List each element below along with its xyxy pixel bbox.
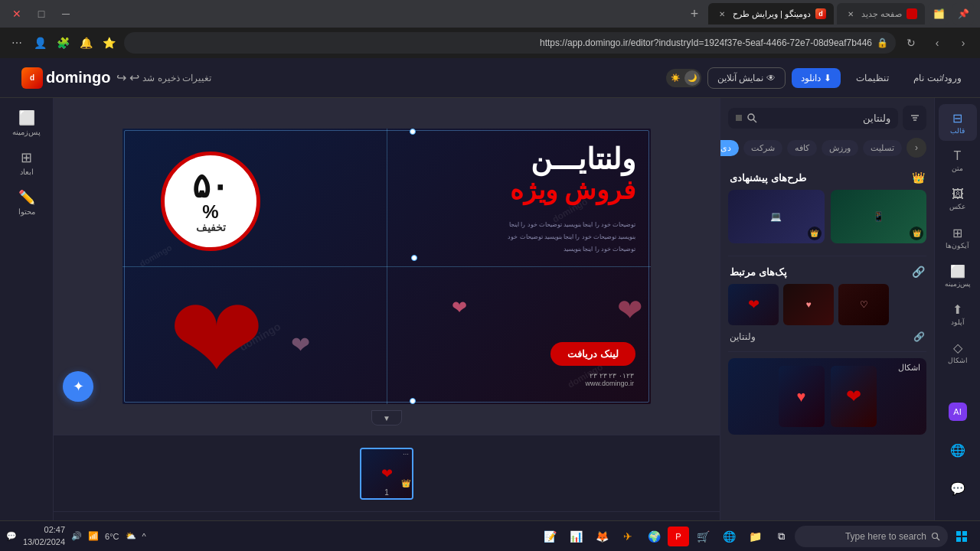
svg-point-10 bbox=[748, 114, 754, 120]
system-clock[interactable]: 02:47 13/02/2024 bbox=[23, 524, 65, 548]
login-button[interactable]: ورود/ثبت نام bbox=[904, 68, 971, 88]
pack-label: ولنتاین bbox=[730, 331, 756, 342]
notification-icon[interactable]: 💬 bbox=[6, 531, 17, 541]
network-icon: 📶 bbox=[88, 531, 99, 541]
right-tool-shapes[interactable]: ◇ اشکال bbox=[939, 334, 977, 370]
suggested-card-1[interactable]: 📱 👑 bbox=[831, 190, 927, 243]
redo-button[interactable]: ↪ bbox=[116, 70, 126, 85]
download-button[interactable]: ⬇ دانلود bbox=[792, 68, 841, 88]
taskbar-chrome[interactable]: 🌍 bbox=[642, 524, 666, 549]
canvas-wrapper[interactable]: domingo domingo domingo domingo domingo … bbox=[54, 98, 720, 435]
dark-option[interactable]: 🌙 bbox=[684, 70, 700, 86]
link-button[interactable]: لینک دریافت bbox=[550, 342, 635, 366]
window-close[interactable]: ✕ bbox=[6, 3, 28, 24]
category-tag-condolence[interactable]: تسلیت bbox=[863, 140, 902, 156]
window-minimize[interactable]: ─ bbox=[55, 3, 77, 24]
expand-canvas-button[interactable]: ▼ bbox=[371, 410, 402, 425]
page-thumb-1[interactable]: ❤ ⋯ 👑 1 bbox=[360, 448, 413, 500]
category-tag-dy[interactable]: دی bbox=[720, 140, 739, 156]
bg-label: پس‌زمینه bbox=[945, 280, 971, 288]
tab-pinned-1[interactable]: 📌 bbox=[952, 3, 974, 24]
pack-item-2[interactable]: ♥ bbox=[783, 284, 834, 325]
category-tag-company[interactable]: شرکت bbox=[743, 140, 782, 156]
taskbar-task-view[interactable]: ⧉ bbox=[769, 524, 793, 549]
content-icon: ✏️ bbox=[18, 189, 35, 206]
tool-dimensions[interactable]: ⊞ ابعاد bbox=[5, 144, 48, 181]
tool-content-label: محتوا bbox=[18, 207, 35, 216]
suggested-grid: 📱 👑 💻 👑 bbox=[720, 190, 934, 253]
pack-link-icon[interactable]: 🔗 bbox=[913, 331, 925, 342]
taskbar-file-explorer[interactable]: 📁 bbox=[743, 524, 767, 549]
taskbar-store[interactable]: 🛒 bbox=[691, 524, 715, 549]
search-box[interactable] bbox=[728, 108, 898, 129]
category-tag-cafe[interactable]: کافه bbox=[787, 140, 817, 156]
description-text: توضیحات خود را اینجا بنویسید توضیحات خود… bbox=[508, 219, 635, 256]
pack-item-3[interactable]: ♡ bbox=[838, 284, 889, 325]
shapes-icon: ◇ bbox=[953, 341, 962, 355]
light-option[interactable]: ☀️ bbox=[668, 70, 683, 86]
window-maximize[interactable]: □ bbox=[31, 3, 52, 24]
taskbar-excel[interactable]: 📊 bbox=[564, 524, 588, 549]
handle-bottom bbox=[410, 398, 416, 404]
right-tool-background[interactable]: ⬜ پس‌زمینه bbox=[939, 257, 977, 294]
browser-icon-5[interactable]: ⋯ bbox=[6, 32, 28, 54]
address-bar[interactable]: 🔒 https://app.domingo.ir/editor?industry… bbox=[124, 32, 896, 54]
taskbar-search[interactable]: Type here to search bbox=[795, 526, 948, 547]
browser-icon-4[interactable]: 👤 bbox=[29, 32, 51, 54]
category-nav-prev[interactable]: ‹ bbox=[906, 138, 926, 158]
right-tool-icons[interactable]: ⊞ آیکون‌ها bbox=[939, 219, 977, 256]
new-tab-button[interactable]: + bbox=[684, 3, 705, 24]
suggested-card-2[interactable]: 💻 👑 bbox=[728, 190, 825, 243]
right-tool-template[interactable]: ⊟ قالب bbox=[939, 104, 977, 141]
tool-content[interactable]: ✏️ محتوا bbox=[5, 184, 48, 220]
right-tool-comment[interactable]: 💬 bbox=[939, 470, 977, 507]
undo-button[interactable]: ↩ bbox=[129, 70, 139, 85]
tab-close-1[interactable]: ✕ bbox=[844, 8, 857, 20]
online-preview-button[interactable]: 👁 نمایش آنلاین bbox=[707, 67, 786, 89]
right-tool-photo[interactable]: 🖼 عکس bbox=[939, 181, 977, 217]
right-tool-text[interactable]: T متن bbox=[939, 142, 977, 179]
search-input[interactable] bbox=[762, 112, 890, 124]
related-section-header: 🔗 پک‌های مرتبط bbox=[720, 259, 934, 284]
browser-icon-3[interactable]: 🧩 bbox=[52, 32, 74, 54]
canvas-frame[interactable]: domingo domingo domingo domingo domingo … bbox=[122, 129, 651, 404]
settings-button[interactable]: تنظیمات bbox=[847, 68, 898, 88]
filter-button[interactable] bbox=[903, 106, 926, 130]
ai-icon: AI bbox=[949, 403, 967, 421]
category-tag-sports[interactable]: ورزش bbox=[822, 140, 858, 156]
browser-icon-1[interactable]: ⭐ bbox=[98, 32, 119, 54]
browser-icon-2[interactable]: 🔔 bbox=[75, 32, 96, 54]
dimensions-icon: ⊞ bbox=[21, 149, 32, 166]
photo-icon: 🖼 bbox=[952, 187, 964, 201]
reload-button[interactable]: ↻ bbox=[900, 32, 922, 54]
right-tool-ai[interactable]: AI bbox=[939, 393, 977, 430]
taskbar-firefox[interactable]: 🦊 bbox=[590, 524, 614, 549]
weather-icon: ⛅ bbox=[126, 531, 136, 541]
tool-background[interactable]: ⬜ پس‌زمینه bbox=[5, 104, 48, 141]
tab-new-tab[interactable]: صفحه جدید ✕ bbox=[837, 3, 925, 24]
tab-pinned-2[interactable]: 🗂️ bbox=[928, 3, 949, 24]
right-tool-upload[interactable]: ⬆ آپلود bbox=[939, 295, 977, 332]
magic-wand-button[interactable]: ✦ bbox=[63, 371, 93, 402]
valentine-background: domingo domingo domingo domingo domingo … bbox=[122, 129, 651, 404]
shapes-card[interactable]: ❤ ♥ اشکال bbox=[728, 358, 926, 435]
taskbar-edge[interactable]: 🌐 bbox=[717, 524, 741, 549]
taskbar-word[interactable]: 📝 bbox=[537, 524, 562, 549]
back-button[interactable]: ‹ bbox=[952, 32, 974, 54]
category-tags: ‹ تسلیت ورزش کافه شرکت دی bbox=[720, 138, 934, 165]
pack-item-1[interactable]: ❤ bbox=[728, 284, 779, 325]
start-button[interactable] bbox=[949, 524, 974, 549]
systray: ^ ⛅ 6°C 📶 🔊 02:47 13/02/2024 💬 bbox=[6, 524, 146, 548]
taskbar-icon-4[interactable]: P bbox=[668, 527, 689, 546]
systray-icons[interactable]: ^ bbox=[142, 532, 146, 541]
forward-button[interactable]: › bbox=[926, 32, 948, 54]
upload-label: آپلود bbox=[951, 318, 965, 326]
right-tool-translate[interactable]: 🌐 bbox=[939, 432, 977, 468]
taskbar-icon-5[interactable]: ✈ bbox=[616, 524, 640, 549]
dark-mode-toggle[interactable]: 🌙 ☀️ bbox=[666, 69, 701, 87]
text-icon: T bbox=[954, 149, 962, 163]
thumb-menu-btn[interactable]: ⋯ bbox=[403, 451, 409, 458]
tab-close-2[interactable]: ✕ bbox=[716, 8, 728, 20]
tab-domingo[interactable]: d دومینگو | ویرایش طرح ✕ bbox=[708, 3, 834, 24]
browser-nav-icons: ⭐ 🔔 🧩 👤 ⋯ bbox=[6, 32, 119, 54]
